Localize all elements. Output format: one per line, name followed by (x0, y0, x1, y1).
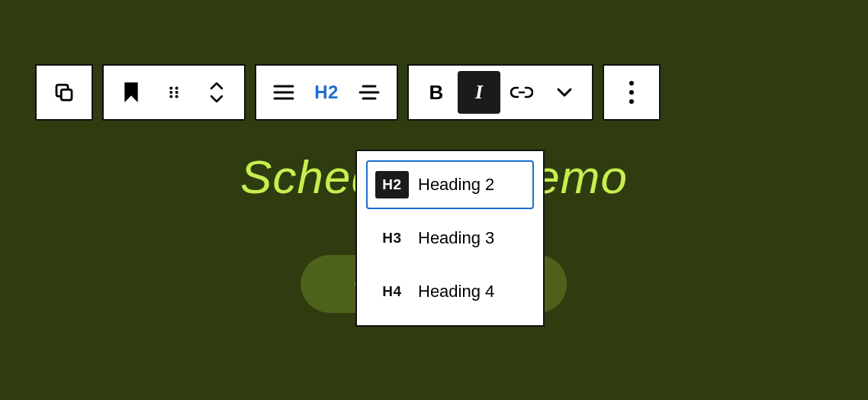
toolbar-group-position (102, 64, 246, 121)
text-align-button[interactable] (348, 71, 391, 114)
svg-point-7 (175, 95, 178, 98)
toolbar-group-block-type (35, 64, 93, 121)
heading-option-label: Heading 3 (418, 228, 494, 248)
svg-point-3 (175, 86, 178, 89)
overlap-squares-icon (53, 81, 76, 104)
block-toolbar: H2 B I (35, 64, 661, 121)
link-icon (510, 85, 533, 100)
heading-option-h4[interactable]: H4 Heading 4 (366, 267, 534, 316)
kebab-icon (629, 81, 634, 104)
bookmark-icon (123, 82, 140, 102)
heading-option-h3[interactable]: H3 Heading 3 (366, 214, 534, 263)
toolbar-group-options (603, 64, 661, 121)
heading-badge: H2 (375, 171, 409, 198)
toolbar-group-format: B I (407, 64, 593, 121)
toolbar-group-heading: H2 (255, 64, 398, 121)
svg-point-4 (169, 91, 172, 94)
block-type-button[interactable] (43, 71, 85, 114)
svg-rect-1 (61, 89, 72, 100)
select-parent-button[interactable] (110, 71, 153, 114)
chevron-down-icon (209, 94, 224, 103)
drag-dots-icon (166, 84, 182, 101)
drag-handle[interactable] (153, 71, 195, 114)
chevron-down-icon (556, 87, 573, 98)
svg-point-2 (169, 86, 172, 89)
heading-level-dropdown: H2 Heading 2 H3 Heading 3 H4 Heading 4 (355, 150, 545, 327)
move-up-down-button[interactable] (195, 71, 238, 114)
svg-point-6 (169, 95, 172, 98)
align-button[interactable] (262, 71, 305, 114)
heading-level-button[interactable]: H2 (305, 71, 348, 114)
more-format-button[interactable] (543, 71, 586, 114)
heading-option-h2[interactable]: H2 Heading 2 (366, 160, 534, 209)
italic-icon: I (475, 81, 483, 104)
bold-button[interactable]: B (415, 71, 458, 114)
heading-badge: H3 (375, 224, 409, 252)
chevron-up-icon (209, 82, 224, 91)
options-button[interactable] (610, 71, 653, 114)
link-button[interactable] (500, 71, 543, 114)
heading-badge: H4 (375, 278, 409, 305)
svg-point-5 (175, 91, 178, 94)
heading-option-label: Heading 4 (418, 282, 494, 302)
heading-level-label: H2 (314, 82, 339, 103)
align-lines-icon (273, 84, 294, 101)
heading-option-label: Heading 2 (418, 175, 494, 195)
align-center-icon (358, 84, 380, 101)
italic-button[interactable]: I (458, 71, 500, 114)
bold-icon: B (429, 81, 444, 105)
